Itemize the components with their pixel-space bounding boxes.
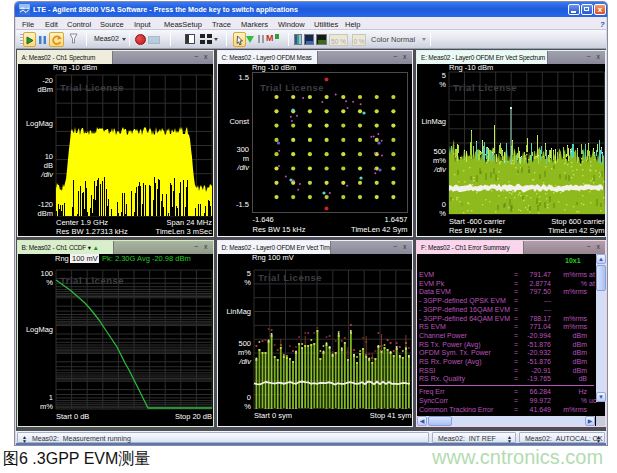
- svg-text:5: 5: [246, 269, 250, 278]
- svg-text:m%: m%: [433, 156, 446, 165]
- svg-text:Const: Const: [229, 117, 250, 126]
- svg-text:/div: /div: [236, 163, 250, 172]
- svg-text:500: 500: [238, 339, 251, 348]
- svg-text:Stop 41 sym: Stop 41 sym: [369, 411, 411, 420]
- svg-text:TimeLen 3 mSec: TimeLen 3 mSec: [155, 227, 212, 235]
- svg-text:5: 5: [442, 71, 446, 80]
- svg-text:-120: -120: [37, 200, 52, 209]
- svg-text:Center 1.9 GHz: Center 1.9 GHz: [56, 218, 108, 227]
- svg-text:LinMag: LinMag: [421, 117, 446, 126]
- svg-text:Rng -10 dBm: Rng -10 dBm: [53, 64, 97, 72]
- svg-text:Trial License: Trial License: [453, 82, 517, 93]
- svg-text:%: %: [244, 402, 251, 411]
- svg-text:Rng -10 dBm: Rng -10 dBm: [252, 64, 296, 72]
- svg-text:Span 24 MHz: Span 24 MHz: [166, 218, 212, 227]
- svg-text:Trial License: Trial License: [260, 82, 324, 93]
- svg-text:1: 1: [48, 393, 52, 402]
- svg-text:100: 100: [40, 269, 53, 278]
- svg-text:Res BW 15 kHz: Res BW 15 kHz: [449, 226, 502, 235]
- svg-text:/div: /div: [40, 170, 54, 179]
- svg-text:1.5: 1.5: [238, 73, 248, 82]
- svg-text:Stop 600 carrier: Stop 600 carrier: [551, 217, 605, 226]
- svg-text:/div: /div: [238, 357, 252, 366]
- svg-text:TimeLen 42 Sym: TimeLen 42 Sym: [548, 226, 604, 235]
- svg-text:10: 10: [44, 152, 52, 161]
- svg-text:1.6457: 1.6457: [384, 215, 407, 224]
- svg-text:Start -600 carrier: Start -600 carrier: [449, 217, 506, 226]
- svg-text:/div: /div: [433, 165, 447, 174]
- svg-text:LinMag: LinMag: [226, 307, 251, 316]
- svg-text:%: %: [244, 278, 251, 287]
- svg-text:-1.5: -1.5: [236, 200, 249, 209]
- svg-text:-20: -20: [42, 76, 53, 85]
- svg-text:%: %: [46, 278, 53, 287]
- svg-text:dBm: dBm: [37, 209, 52, 218]
- svg-text:m: m: [242, 154, 248, 163]
- svg-text:dB: dB: [43, 161, 52, 170]
- svg-text:Res BW 15 kHz: Res BW 15 kHz: [252, 225, 305, 234]
- svg-text:Pk: 2.30G Avg -20.98 dBm: Pk: 2.30G Avg -20.98 dBm: [102, 254, 191, 263]
- svg-text:Rng 100 mV: Rng 100 mV: [252, 254, 294, 262]
- svg-text:LogMag: LogMag: [25, 119, 52, 128]
- svg-text:%: %: [439, 80, 446, 89]
- svg-text:Trial License: Trial License: [60, 275, 124, 286]
- svg-text:Res BW 1.27313 kHz: Res BW 1.27313 kHz: [56, 227, 128, 235]
- svg-text:300: 300: [236, 145, 249, 154]
- svg-text:m%: m%: [238, 348, 251, 357]
- svg-text:Start 0 dB: Start 0 dB: [56, 412, 89, 421]
- svg-text:Rng -10 dBm: Rng -10 dBm: [449, 64, 493, 72]
- svg-text:100 mV: 100 mV: [72, 254, 98, 263]
- svg-text:0: 0: [442, 200, 446, 209]
- svg-text:m%: m%: [40, 402, 53, 411]
- svg-text:LogMag: LogMag: [25, 325, 52, 334]
- svg-text:dBm: dBm: [37, 85, 52, 94]
- svg-text:Trial License: Trial License: [60, 82, 124, 93]
- svg-text:Rng: Rng: [55, 254, 69, 263]
- svg-text:-1.646: -1.646: [252, 215, 273, 224]
- svg-text:Trial License: Trial License: [258, 272, 322, 283]
- svg-text:TimeLen 42 Sym: TimeLen 42 Sym: [351, 225, 407, 234]
- svg-text:%: %: [439, 209, 446, 218]
- svg-text:Stop 20 dB: Stop 20 dB: [174, 412, 211, 421]
- svg-text:0: 0: [246, 393, 250, 402]
- svg-text:500: 500: [433, 147, 446, 156]
- svg-text:Start 0 sym: Start 0 sym: [254, 411, 292, 420]
